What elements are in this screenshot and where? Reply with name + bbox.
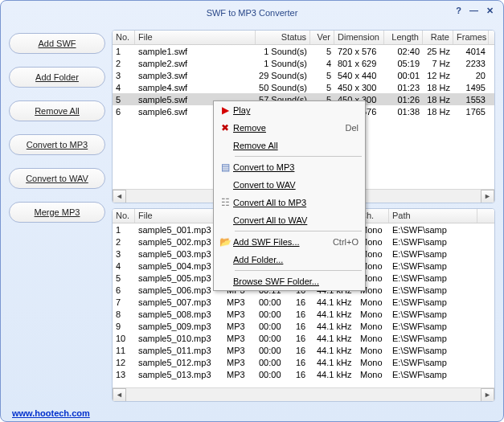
ctx-separator <box>235 231 362 231</box>
add-folder-label: Add Folder <box>35 72 79 82</box>
document-icon: ▤ <box>217 162 233 173</box>
table-row[interactable]: 7sample5_007.mp3MP300:001644.1 kHzMonoE:… <box>113 296 494 308</box>
table-row[interactable]: 8sample5_008.mp3MP300:001644.1 kHzMonoE:… <box>113 308 494 320</box>
table-row[interactable]: 2sample2.swf1 Sound(s)4801 x 62905:197 H… <box>113 57 494 69</box>
scroll-right-icon[interactable]: ► <box>481 190 494 203</box>
titlebar: SWF to MP3 Converter ? — ✕ <box>1 1 503 25</box>
ctx-convert-mp3-label: Convert to MP3 <box>233 162 359 172</box>
ctx-add-folder[interactable]: Add Folder... <box>214 251 365 268</box>
folder-open-icon: 📂 <box>217 236 233 248</box>
stack-icon: ☷ <box>217 197 233 208</box>
ctx-browse-folder[interactable]: Browse SWF Folder... <box>214 272 365 290</box>
ctx-add-swf-shortcut: Ctrl+O <box>333 237 359 247</box>
remove-all-label: Remove All <box>35 106 80 116</box>
footer: www.hootech.com <box>1 408 503 421</box>
ctx-separator <box>235 270 362 271</box>
scroll-left-icon[interactable]: ◄ <box>113 388 126 402</box>
col2-file[interactable]: File <box>135 209 223 223</box>
convert-mp3-label: Convert to MP3 <box>27 140 88 150</box>
table-row[interactable]: 3sample3.swf29 Sound(s)5540 x 44000:0112… <box>113 69 494 81</box>
ctx-convert-mp3[interactable]: ▤ Convert to MP3 <box>214 158 365 176</box>
close-icon[interactable]: ✕ <box>486 6 494 16</box>
content-area: No. File Status Ver Dimension Length Rat… <box>112 30 495 402</box>
footer-link[interactable]: www.hootech.com <box>12 408 90 418</box>
col-dimension[interactable]: Dimension <box>334 31 384 44</box>
merge-mp3-button[interactable]: Merge MP3 <box>9 202 105 223</box>
remove-all-button[interactable]: Remove All <box>9 100 105 121</box>
ctx-browse-label: Browse SWF Folder... <box>233 277 359 286</box>
ctx-remove-shortcut: Del <box>345 123 359 133</box>
table-row[interactable]: 4sample4.swf50 Sound(s)5450 x 30001:2318… <box>113 81 494 93</box>
col-no[interactable]: No. <box>113 31 135 44</box>
play-icon: ▶ <box>217 104 233 116</box>
ctx-add-swf-label: Add SWF Files... <box>233 237 333 247</box>
table-row[interactable]: 13sample5_013.mp3MP300:001644.1 kHzMonoE… <box>113 368 494 380</box>
ctx-play-label: Play <box>233 105 359 115</box>
col-status[interactable]: Status <box>256 31 310 44</box>
table-row[interactable]: 1sample1.swf1 Sound(s)5720 x 57602:4025 … <box>113 45 494 57</box>
output-hscroll[interactable]: ◄ ► <box>113 387 494 401</box>
convert-wav-label: Convert to WAV <box>26 174 88 183</box>
col-rate[interactable]: Rate <box>423 31 453 44</box>
sidebar: Add SWF Add Folder Remove All Convert to… <box>9 30 105 402</box>
minimize-icon[interactable]: — <box>469 6 478 16</box>
convert-mp3-button[interactable]: Convert to MP3 <box>9 134 105 155</box>
col-length[interactable]: Length <box>384 31 423 44</box>
col-file[interactable]: File <box>135 31 256 44</box>
ctx-add-swf[interactable]: 📂 Add SWF Files... Ctrl+O <box>214 233 365 251</box>
add-swf-button[interactable]: Add SWF <box>9 33 105 54</box>
ctx-convert-wav[interactable]: Convert to WAV <box>214 176 365 194</box>
ctx-remove-all[interactable]: Remove All <box>214 137 365 154</box>
col-ver[interactable]: Ver <box>310 31 334 44</box>
swf-table-header: No. File Status Ver Dimension Length Rat… <box>113 31 494 45</box>
table-row[interactable]: 12sample5_012.mp3MP300:001644.1 kHzMonoE… <box>113 356 494 368</box>
table-row[interactable]: 10sample5_010.mp3MP300:001644.1 kHzMonoE… <box>113 332 494 344</box>
ctx-separator <box>235 156 362 157</box>
remove-icon: ✖ <box>217 122 233 133</box>
window-controls: ? — ✕ <box>456 6 494 16</box>
ctx-play[interactable]: ▶ Play <box>214 101 365 119</box>
window-title: SWF to MP3 Converter <box>207 8 298 18</box>
ctx-remove-all-label: Remove All <box>233 141 359 150</box>
app-window: SWF to MP3 Converter ? — ✕ Add SWF Add F… <box>0 0 504 422</box>
help-icon[interactable]: ? <box>456 6 461 16</box>
col2-path[interactable]: Path <box>389 209 477 223</box>
table-row[interactable]: 11sample5_011.mp3MP300:001644.1 kHzMonoE… <box>113 344 494 356</box>
col2-no[interactable]: No. <box>113 209 135 223</box>
ctx-convert-all-wav-label: Convert All to WAV <box>233 215 359 225</box>
ctx-remove-label: Remove <box>233 123 345 133</box>
context-menu: ▶ Play ✖ Remove Del Remove All ▤ Convert… <box>213 100 366 291</box>
convert-wav-button[interactable]: Convert to WAV <box>9 168 105 189</box>
add-swf-label: Add SWF <box>38 39 76 48</box>
scroll-left-icon[interactable]: ◄ <box>113 190 126 203</box>
scroll-right-icon[interactable]: ► <box>481 388 494 402</box>
table-row[interactable]: 9sample5_009.mp3MP300:001644.1 kHzMonoE:… <box>113 320 494 332</box>
main-area: Add SWF Add Folder Remove All Convert to… <box>1 25 503 408</box>
merge-mp3-label: Merge MP3 <box>35 207 80 217</box>
ctx-add-folder-label: Add Folder... <box>233 255 359 264</box>
ctx-convert-all-wav[interactable]: Convert All to WAV <box>214 211 365 229</box>
add-folder-button[interactable]: Add Folder <box>9 67 105 88</box>
ctx-convert-all-mp3-label: Convert All to MP3 <box>233 198 359 207</box>
ctx-remove[interactable]: ✖ Remove Del <box>214 119 365 137</box>
ctx-convert-all-mp3[interactable]: ☷ Convert All to MP3 <box>214 194 365 211</box>
ctx-convert-wav-label: Convert to WAV <box>233 180 359 190</box>
col-frames[interactable]: Frames <box>453 31 489 44</box>
